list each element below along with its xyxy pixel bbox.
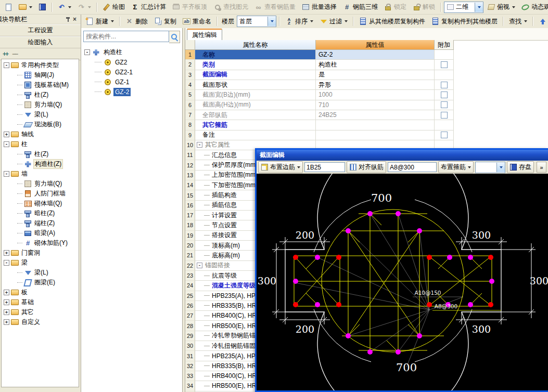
member-toolbar-button[interactable]: 复制 [151,15,179,28]
tab-property-edit[interactable]: 属性编辑 [187,29,222,40]
tree-expander-icon[interactable]: + [4,290,9,295]
member-toolbar-combo[interactable]: 首层 [237,16,276,27]
stirrup-spec-input[interactable] [388,162,437,172]
nav-tree-item[interactable]: 暗梁(A) [2,228,79,238]
member-toolbar-button[interactable]: 复制构件到其他楼层 [429,15,500,28]
main-toolbar-button[interactable]: 汇总计算 [129,1,169,14]
member-toolbar-button[interactable]: 过滤 [317,15,350,28]
property-value-cell[interactable]: 24B25 [316,110,435,120]
property-row[interactable]: 9备注 [185,130,548,140]
attach-checkbox[interactable] [441,132,448,138]
nav-tree-item[interactable]: +其它 [2,307,79,317]
main-toolbar-button[interactable] [36,1,49,14]
property-value-cell[interactable]: 是 [316,70,435,80]
member-toolbar-button[interactable]: 重命名 [180,15,214,28]
attach-checkbox[interactable] [441,61,448,68]
group-collapse-icon[interactable]: - [197,263,202,268]
expand-all-icon[interactable]: ++ [3,50,8,58]
nav-tree-item[interactable]: +板 [2,288,79,297]
nav-tree-item[interactable]: +自定义 [2,317,79,327]
property-name-cell[interactable]: 全部纵筋 [195,110,316,120]
project-settings-button[interactable]: 工程设置 [0,24,81,36]
member-item[interactable]: GZ2 [81,57,182,67]
tree-expander-icon[interactable]: + [4,319,9,325]
main-toolbar-button[interactable] [75,1,94,14]
chevron-down-icon[interactable] [475,3,483,12]
member-toolbar-button[interactable]: 查找 [506,15,530,28]
nav-tree-item[interactable]: 构造柱(Z) [2,159,79,169]
main-toolbar-button[interactable]: 解锁 [410,1,438,14]
property-row[interactable]: 3截面编辑是 [185,70,548,80]
member-tree-root[interactable]: -构造柱 [81,47,182,57]
member-toolbar-button[interactable]: 从其他楼层复制构件 [356,15,428,28]
tree-expander-icon[interactable]: - [4,171,9,177]
property-name-cell[interactable]: 截面形状 [195,80,316,90]
nav-tree-item[interactable]: -墙 [2,169,79,179]
drawing-input-button[interactable]: 绘图输入 [0,36,81,48]
property-row[interactable]: 7全部纵筋24B25 [185,110,548,120]
nav-tree-item[interactable]: 筏板基础(M) [2,80,79,90]
member-toolbar-button[interactable]: 排序 [283,15,316,28]
tree-expander-icon[interactable]: - [4,260,9,266]
property-name-cell[interactable]: 其它箍筋 [195,120,316,130]
member-toolbar-button[interactable]: 删除 [123,15,150,28]
tree-expander-icon[interactable]: + [4,250,9,256]
edge-bar-spec-input[interactable] [304,162,345,172]
nav-tree-item[interactable]: +基础 [2,297,79,307]
attach-checkbox[interactable] [441,101,448,108]
nav-tree-item[interactable]: 砌体墙(Q) [2,199,79,208]
property-row[interactable]: 8其它箍筋 [185,120,548,130]
property-value-cell[interactable]: 710 [316,100,435,110]
tree-expander-icon[interactable]: + [4,299,9,305]
property-name-cell[interactable]: 截面编辑 [195,70,316,80]
member-item[interactable]: GZ-2 [81,87,182,97]
main-toolbar-button[interactable]: 钢筋三维 [340,1,380,14]
nav-tree-item[interactable]: 剪力墙(Q) [2,100,79,110]
nav-tree-item[interactable]: 柱(Z) [2,90,79,100]
property-name-cell[interactable]: 截面高(H边)(mm) [195,100,316,110]
search-button[interactable] [169,31,180,43]
main-toolbar-combo[interactable]: 二维 [444,2,483,13]
property-value-cell[interactable]: GZ-2 [316,50,435,60]
main-toolbar-button[interactable] [16,1,35,14]
pin-icon[interactable] [66,16,71,22]
nav-tree-item[interactable]: -柱 [2,139,79,149]
tree-expander-icon[interactable]: - [4,62,9,68]
nav-tree-item[interactable]: 梁(L) [2,110,79,120]
stirrup-style-combo[interactable] [475,162,505,173]
property-name-cell[interactable]: 截面宽(B边)(mm) [195,90,316,100]
nav-tree-item[interactable]: 剪力墙(Q) [2,179,79,189]
main-toolbar-button[interactable] [55,1,74,14]
close-icon[interactable]: × [73,16,79,23]
property-value-cell[interactable] [316,120,435,130]
collapse-all-icon[interactable]: −− [12,50,17,58]
nav-tree-item[interactable]: +轴线 [2,129,79,139]
property-name-cell[interactable]: 备注 [195,130,316,140]
property-row[interactable]: 6截面高(H边)(mm)710 [185,100,548,110]
section-editor-titlebar[interactable]: 截面编辑 [257,150,548,161]
nav-tree-item[interactable]: +门窗洞 [2,248,79,258]
attach-checkbox[interactable] [441,112,448,119]
property-name-cell[interactable]: 类别 [195,60,316,70]
place-stirrups-button[interactable]: 布置箍筋 [438,161,474,173]
tree-expander-icon[interactable]: + [4,309,9,315]
nav-tree-item[interactable]: 人防门框墙 [2,189,79,199]
group-collapse-icon[interactable]: - [197,142,202,148]
chevron-down-icon[interactable] [267,17,276,26]
main-toolbar-button[interactable] [2,1,15,14]
toolbar-overflow-button[interactable]: » [537,162,546,173]
nav-tree-item[interactable]: -常用构件类型 [2,60,79,70]
attach-checkbox[interactable] [441,92,448,98]
main-toolbar-button[interactable]: 绘图 [100,1,128,14]
main-toolbar-button[interactable]: 查看钢筋量 [252,1,298,14]
property-value-cell[interactable]: 构造柱 [316,60,435,70]
tree-expander-icon[interactable]: - [4,141,9,147]
nav-tree-item[interactable]: -梁 [2,258,79,268]
property-value-cell[interactable]: 异形 [316,80,435,90]
nav-tree-item[interactable]: 暗柱(Z) [2,208,79,218]
save-section-button[interactable]: 存盘 [507,161,534,173]
property-value-cell[interactable] [316,130,435,140]
member-item[interactable]: GZ2-1 [81,67,182,77]
property-row[interactable]: 4截面形状异形 [185,80,548,90]
property-row[interactable]: 2类别构造柱 [185,60,548,70]
